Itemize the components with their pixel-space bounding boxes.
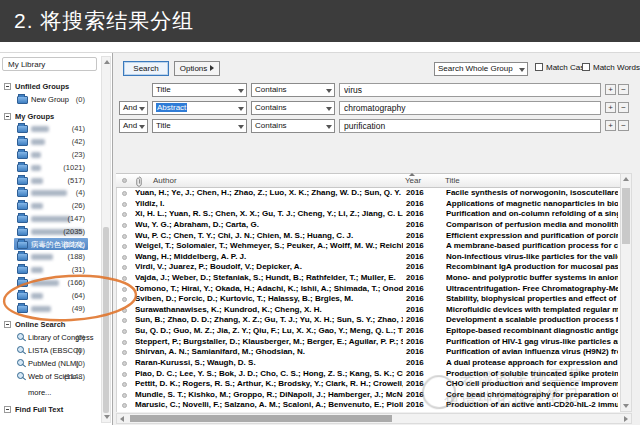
- column-header-year[interactable]: Year: [405, 176, 421, 185]
- cell-year: 2016: [406, 199, 436, 208]
- sidebar-group-item[interactable]: PubMed (NLM)(0): [0, 358, 100, 370]
- sidebar-group-item[interactable]: (42): [0, 136, 100, 148]
- scroll-left-icon[interactable]: [120, 416, 124, 422]
- sidebar-group-item[interactable]: (517): [0, 175, 100, 187]
- sidebar-more-link[interactable]: more...: [0, 387, 100, 399]
- sidebar-group-item[interactable]: (31): [0, 264, 100, 276]
- table-row[interactable]: Wang, H.; Middelberg, A. P. J.2016Non-in…: [117, 252, 620, 263]
- table-row[interactable]: Mundle, S. T.; Kishko, M.; Groppo, R.; D…: [117, 390, 620, 401]
- sidebar-section-unfiled-groups[interactable]: Unfiled Groups: [0, 81, 100, 93]
- sidebar-section-online-search[interactable]: Online Search: [0, 319, 100, 331]
- sidebar-section-my-groups[interactable]: My Groups: [0, 111, 100, 123]
- search-button[interactable]: Search: [123, 61, 169, 76]
- sidebar-group-item[interactable]: (49): [0, 303, 100, 315]
- operator-dropdown[interactable]: Contains: [251, 119, 335, 133]
- sidebar-group-item[interactable]: (64): [0, 290, 100, 302]
- field-dropdown[interactable]: Title: [152, 119, 247, 133]
- table-row[interactable]: Vajda, J.; Weber, D.; Stefaniak, S.; Hun…: [117, 273, 620, 284]
- sidebar-group-item[interactable]: (41): [0, 123, 100, 135]
- scroll-up-icon[interactable]: [623, 177, 629, 181]
- table-row[interactable]: Piao, D. C.; Lee, Y. S.; Bok, J. D.; Cho…: [117, 369, 620, 380]
- sidebar-group-item[interactable]: LISTA (EBSCO)(0): [0, 345, 100, 357]
- table-row[interactable]: Yildiz, I.2016Applications of magnetic n…: [117, 199, 620, 210]
- cell-title: Stability, biophysical properties and ef…: [446, 294, 618, 303]
- table-row[interactable]: Sviben, D.; Forcic, D.; Kurtovic, T.; Ha…: [117, 294, 620, 305]
- table-row[interactable]: Wu, Y. G.; Abraham, D.; Carta, G.2016Com…: [117, 220, 620, 231]
- table-row[interactable]: Su, Q. D.; Guo, M. Z.; Jia, Z. Y.; Qiu, …: [117, 326, 620, 337]
- sidebar-group-item[interactable]: (1021): [0, 162, 100, 174]
- remove-row-button[interactable]: −: [618, 84, 629, 95]
- add-row-button[interactable]: +: [605, 120, 616, 131]
- match-words-checkbox[interactable]: [582, 63, 590, 71]
- table-row[interactable]: Weigel, T.; Solomaier, T.; Wehmeyer, S.;…: [117, 241, 620, 252]
- cell-author: Piao, D. C.; Lee, Y. S.; Bok, J. D.; Cho…: [135, 369, 403, 378]
- field-dropdown[interactable]: Abstract: [152, 101, 247, 115]
- scroll-right-icon[interactable]: [624, 416, 628, 422]
- sidebar-group-item[interactable]: Web of Scienc...(1148): [0, 371, 100, 383]
- group-count: (0): [76, 332, 85, 343]
- sidebar-group-item[interactable]: (4): [0, 187, 100, 199]
- boolean-dropdown[interactable]: And: [119, 119, 148, 133]
- table-horizontal-scrollbar[interactable]: [116, 413, 632, 424]
- table-row[interactable]: Yuan, H.; Ye, J.; Chen, H.; Zhao, Z.; Lu…: [117, 188, 620, 199]
- table-row[interactable]: Shirvan, A. N.; Samianifard, M.; Ghodsia…: [117, 347, 620, 358]
- online-search-label: LISTA (EBSCO): [28, 345, 81, 356]
- vertical-scrollbar-thumb[interactable]: [622, 188, 630, 244]
- slide-title: 2. 将搜索结果分组: [14, 7, 194, 35]
- options-button[interactable]: Options: [174, 61, 220, 76]
- search-term-input[interactable]: [339, 119, 601, 133]
- sidebar-group-item[interactable]: 病毒的色谱纯化(1270): [0, 239, 100, 251]
- scroll-down-icon[interactable]: [104, 415, 110, 419]
- search-term-input[interactable]: [339, 83, 601, 97]
- sidebar-group-item[interactable]: New Group(0): [0, 94, 100, 106]
- add-row-button[interactable]: +: [605, 102, 616, 113]
- add-row-button[interactable]: +: [605, 84, 616, 95]
- table-row[interactable]: Sun, B.; Zhao, D. D.; Zhang, X. Z.; Gu, …: [117, 315, 620, 326]
- cell-author: Wang, H.; Middelberg, A. P. J.: [135, 252, 403, 261]
- scroll-down-icon[interactable]: [623, 404, 629, 408]
- my-library-selector[interactable]: My Library: [2, 57, 97, 71]
- table-row[interactable]: Surawathanawises, K.; Kundrod, K.; Cheng…: [117, 305, 620, 316]
- table-row[interactable]: Raran-Kurussi, S.; Waugh, D. S.2016A dua…: [117, 358, 620, 369]
- sidebar-group-item[interactable]: (166): [0, 277, 100, 289]
- operator-dropdown[interactable]: Contains: [251, 101, 335, 115]
- cell-author: Pettit, D. K.; Rogers, R. S.; Arthur, K.…: [135, 379, 403, 388]
- chevron-down-icon: [238, 125, 244, 129]
- sidebar-scrollbar[interactable]: [101, 56, 111, 423]
- field-dropdown[interactable]: Title: [152, 83, 247, 97]
- collapse-expander-icon[interactable]: [4, 406, 11, 413]
- collapse-expander-icon[interactable]: [4, 321, 11, 328]
- search-scope-dropdown[interactable]: Search Whole Group: [434, 62, 528, 76]
- collapse-expander-icon[interactable]: [4, 83, 11, 90]
- table-row[interactable]: Pettit, D. K.; Rogers, R. S.; Arthur, K.…: [117, 379, 620, 390]
- operator-dropdown[interactable]: Contains: [251, 83, 335, 97]
- collapse-expander-icon[interactable]: [4, 113, 11, 120]
- column-header-title[interactable]: Title: [445, 176, 460, 185]
- horizontal-scrollbar-thumb[interactable]: [130, 415, 392, 422]
- sidebar-scrollbar-thumb[interactable]: [103, 227, 109, 413]
- table-row[interactable]: Virdi, V.; Juarez, P.; Boudolf, V.; Depi…: [117, 262, 620, 273]
- remove-row-button[interactable]: −: [618, 120, 629, 131]
- chevron-down-icon: [139, 125, 145, 129]
- cell-year: 2016: [406, 369, 436, 378]
- table-row[interactable]: Marusic, C.; Novelli, F.; Salzano, A. M.…: [117, 400, 620, 411]
- table-row[interactable]: Xi, H. L.; Yuan, R. S.; Chen, X. X.; Gu,…: [117, 209, 620, 220]
- table-row[interactable]: Wu, P. C.; Chen, T. Y.; Chi, J. N.; Chie…: [117, 231, 620, 242]
- search-term-input[interactable]: [339, 101, 601, 115]
- sidebar-group-item[interactable]: (188): [0, 251, 100, 263]
- table-row[interactable]: Tomono, T.; Hirai, Y.; Okada, H.; Adachi…: [117, 284, 620, 295]
- unread-dot-icon: [122, 308, 127, 313]
- table-row[interactable]: Steppert, P.; Burgstaller, D.; Klausberg…: [117, 337, 620, 348]
- boolean-dropdown[interactable]: And: [119, 101, 148, 115]
- match-case-checkbox[interactable]: [535, 63, 543, 71]
- sidebar-group-item[interactable]: (26): [0, 200, 100, 212]
- sidebar-section-find-full-text[interactable]: Find Full Text: [0, 404, 100, 416]
- remove-row-button[interactable]: −: [618, 102, 629, 113]
- sidebar-group-item[interactable]: (23): [0, 149, 100, 161]
- sidebar-group-item[interactable]: (2035): [0, 226, 100, 238]
- column-header-author[interactable]: Author: [153, 176, 177, 185]
- sidebar-group-item[interactable]: Library of Congress(0): [0, 332, 100, 344]
- table-vertical-scrollbar[interactable]: [620, 173, 632, 412]
- scroll-up-icon[interactable]: [104, 60, 110, 64]
- sidebar-group-item[interactable]: (147): [0, 213, 100, 225]
